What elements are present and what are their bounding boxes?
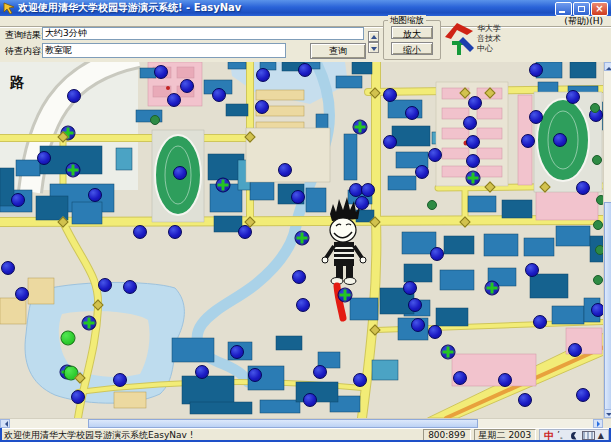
ime-keyboard-icon[interactable] (582, 431, 595, 440)
map-node[interactable] (11, 193, 25, 207)
map-node[interactable] (428, 325, 442, 339)
map-node[interactable] (291, 190, 305, 204)
map-node[interactable] (212, 88, 226, 102)
map-node[interactable] (256, 68, 270, 82)
map-node[interactable] (529, 110, 543, 124)
map-node[interactable] (383, 88, 397, 102)
map-node[interactable] (278, 163, 292, 177)
map-node-highlight[interactable] (61, 331, 76, 346)
map-node[interactable] (383, 135, 397, 149)
map-node[interactable] (533, 315, 547, 329)
map-viewport[interactable]: 路 (0, 62, 611, 418)
ime-language-bar[interactable]: 中 ’。 ▲ (539, 429, 609, 442)
tree-icon (427, 200, 437, 210)
map-node[interactable] (71, 390, 85, 404)
map-node[interactable] (98, 278, 112, 292)
map-node[interactable] (298, 63, 312, 77)
map-node[interactable] (37, 151, 51, 165)
map-node[interactable] (498, 373, 512, 387)
map-node[interactable] (468, 96, 482, 110)
horizontal-scroll-thumb[interactable] (88, 419, 478, 428)
spin-down-icon[interactable] (368, 42, 379, 53)
road-junction-marker (484, 181, 495, 192)
close-button[interactable] (591, 2, 608, 16)
map-node-crosshair[interactable] (353, 120, 368, 135)
vertical-scrollbar[interactable] (603, 62, 611, 418)
horizontal-scrollbar[interactable] (0, 418, 611, 428)
map-node[interactable] (553, 133, 567, 147)
map-node[interactable] (576, 388, 590, 402)
map-node[interactable] (415, 165, 429, 179)
map-node[interactable] (123, 280, 137, 294)
map-node-crosshair[interactable] (466, 171, 481, 186)
map-node[interactable] (566, 90, 580, 104)
map-node[interactable] (15, 287, 29, 301)
map-node[interactable] (248, 368, 262, 382)
map-node[interactable] (355, 196, 369, 210)
map-node[interactable] (167, 93, 181, 107)
map-node-crosshair[interactable] (338, 288, 353, 303)
map-node-crosshair[interactable] (485, 281, 500, 296)
map-node[interactable] (195, 365, 209, 379)
minimize-button[interactable] (555, 2, 572, 16)
ime-moon-icon[interactable] (571, 432, 579, 440)
title-bar[interactable]: 欢迎使用清华大学校园导游演示系统! - EasyNav (0, 0, 611, 16)
map-node-crosshair[interactable] (295, 231, 310, 246)
map-node[interactable] (428, 148, 442, 162)
map-node[interactable] (521, 134, 535, 148)
ime-punctuation-icon[interactable]: ’。 (557, 430, 568, 441)
map-node-crosshair[interactable] (82, 316, 97, 331)
map-node[interactable] (296, 298, 310, 312)
logo-text-line2: 音技术 (477, 34, 501, 44)
map-node-crosshair[interactable] (66, 163, 81, 178)
zoom-out-button[interactable]: 缩小 (391, 42, 433, 55)
scroll-down-icon[interactable] (604, 409, 611, 418)
map-node[interactable] (255, 100, 269, 114)
zoom-in-button[interactable]: 放大 (391, 26, 433, 39)
map-node[interactable] (430, 247, 444, 261)
map-node[interactable] (133, 225, 147, 239)
map-node[interactable] (463, 116, 477, 130)
map-node[interactable] (408, 298, 422, 312)
road-junction-marker (369, 87, 380, 98)
map-node[interactable] (88, 188, 102, 202)
result-field[interactable] (42, 27, 364, 40)
search-button[interactable]: 查询 (310, 43, 366, 59)
ime-chinese-indicator[interactable]: 中 (544, 431, 554, 441)
map-node[interactable] (173, 166, 187, 180)
vertical-scroll-thumb[interactable] (604, 202, 611, 418)
map-node[interactable] (529, 63, 543, 77)
map-node-crosshair[interactable] (441, 345, 456, 360)
map-node[interactable] (525, 263, 539, 277)
restore-button[interactable] (573, 2, 590, 16)
ime-tray-toggle-icon[interactable]: ▲ (598, 432, 604, 440)
map-node[interactable] (568, 343, 582, 357)
map-node[interactable] (313, 365, 327, 379)
map-node[interactable] (361, 183, 375, 197)
map-node-crosshair[interactable] (216, 178, 231, 193)
map-node[interactable] (1, 261, 15, 275)
map-node[interactable] (168, 225, 182, 239)
map-node[interactable] (453, 371, 467, 385)
map-node[interactable] (403, 281, 417, 295)
map-node[interactable] (303, 393, 317, 407)
map-node[interactable] (292, 270, 306, 284)
map-node[interactable] (353, 373, 367, 387)
scroll-right-icon[interactable] (593, 419, 603, 428)
map-node[interactable] (154, 65, 168, 79)
map-node[interactable] (576, 181, 590, 195)
map-node[interactable] (405, 106, 419, 120)
map-node[interactable] (180, 79, 194, 93)
map-node[interactable] (67, 89, 81, 103)
map-node[interactable] (411, 318, 425, 332)
map-node[interactable] (230, 345, 244, 359)
tree-icon (592, 155, 602, 165)
scroll-left-icon[interactable] (0, 419, 10, 428)
map-node[interactable] (466, 154, 480, 168)
map-node[interactable] (466, 135, 480, 149)
spin-up-icon[interactable] (368, 31, 379, 42)
map-node[interactable] (518, 393, 532, 407)
map-node[interactable] (113, 373, 127, 387)
scroll-up-icon[interactable] (604, 62, 611, 71)
query-input[interactable] (42, 43, 286, 58)
